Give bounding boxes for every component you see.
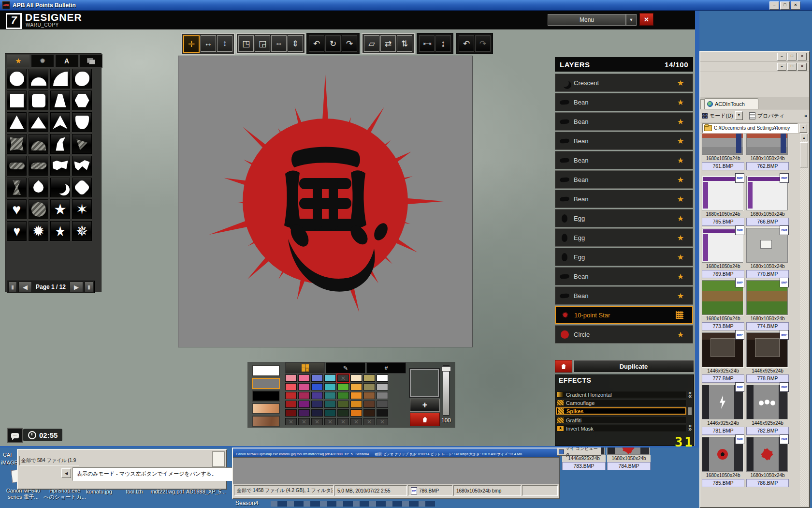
- visibility-star-icon[interactable]: ★: [677, 98, 684, 107]
- layer-row-crescent[interactable]: Crescent★: [555, 74, 693, 92]
- visibility-star-icon[interactable]: ★: [677, 156, 684, 165]
- color-swatch-cell[interactable]: [363, 374, 375, 382]
- visibility-star-icon[interactable]: ★: [677, 136, 684, 146]
- shape-tile-pillow-locked[interactable]: [7, 134, 27, 154]
- color-swatch-cell[interactable]: [363, 409, 375, 417]
- tool-move-horizontal[interactable]: ↔: [201, 35, 216, 52]
- close-button[interactable]: ×: [791, 1, 800, 10]
- shape-tile-shield[interactable]: [72, 112, 92, 132]
- shape-tile-quarter-circle[interactable]: [50, 69, 70, 89]
- effects-scrollbar-thumb[interactable]: [688, 407, 692, 415]
- file-item-782[interactable]: BMP 1446x925x24b 782.BMP: [746, 385, 789, 435]
- color-swatch-cell[interactable]: [298, 409, 310, 417]
- tab-hex[interactable]: #: [366, 362, 406, 374]
- color-swatch-cell[interactable]: [377, 392, 388, 399]
- color-swatch-cell[interactable]: [311, 392, 323, 399]
- swatch-peach-texture[interactable]: [252, 403, 280, 414]
- shape-tile-crescent[interactable]: [50, 178, 70, 197]
- empty-color-slot[interactable]: [298, 418, 310, 425]
- redo-button[interactable]: ↷: [475, 35, 491, 52]
- color-swatch-cell[interactable]: [298, 374, 310, 382]
- empty-color-slot[interactable]: [337, 374, 349, 382]
- layer-row-10-point-star-selected[interactable]: ✹ 10-point Star: [555, 306, 693, 324]
- menu-button[interactable]: Menu: [548, 14, 626, 26]
- shape-tile-fin[interactable]: [50, 134, 70, 154]
- tab-shapes[interactable]: ★: [7, 54, 30, 68]
- layer-row-bean[interactable]: Bean★: [555, 170, 693, 189]
- layer-row-bean[interactable]: Bean★: [555, 190, 693, 208]
- visibility-star-icon[interactable]: ★: [677, 330, 684, 339]
- layer-row-bean[interactable]: Bean★: [555, 132, 693, 150]
- layer-row-bean[interactable]: Bean★: [555, 286, 693, 305]
- add-color-button[interactable]: +: [410, 399, 440, 412]
- visibility-star-icon[interactable]: ★: [677, 117, 684, 126]
- visibility-star-icon[interactable]: ★: [677, 253, 684, 262]
- file-item-762[interactable]: BMP 1680x1050x24b 762.BMP: [746, 134, 789, 170]
- shape-tile-scallop-locked[interactable]: [29, 199, 48, 219]
- color-swatch-cell[interactable]: [350, 383, 362, 390]
- shape-tile-heart[interactable]: ♥: [7, 199, 27, 219]
- tool-scale[interactable]: ◳: [238, 35, 254, 52]
- color-swatch-cell[interactable]: [285, 374, 297, 382]
- file-item-777[interactable]: BMP 1446x925x24b 777.BMP: [702, 332, 744, 383]
- file-item-774[interactable]: BMP 1680x1050x24b 774.BMP: [746, 280, 789, 330]
- color-swatch-cell[interactable]: [337, 409, 349, 417]
- opacity-slider-handle[interactable]: [441, 366, 451, 372]
- address-dropdown-button[interactable]: ▼: [799, 124, 807, 133]
- minimize-button[interactable]: –: [777, 63, 786, 71]
- empty-color-slot[interactable]: [324, 418, 336, 425]
- shape-tile-burst10[interactable]: ✹: [29, 221, 48, 241]
- visibility-star-icon[interactable]: ★: [677, 194, 684, 204]
- shape-tile-wide-triangle[interactable]: [29, 112, 48, 132]
- delete-color-button[interactable]: [410, 413, 440, 426]
- file-item-769[interactable]: BMP 1680x1050x24b 769.BMP: [702, 228, 744, 278]
- maximize-button[interactable]: □: [787, 63, 797, 71]
- layer-row-egg[interactable]: Egg★: [555, 209, 693, 227]
- color-swatch-cell[interactable]: [337, 392, 349, 399]
- color-swatch-cell[interactable]: [298, 401, 310, 408]
- layer-row-bean[interactable]: Bean★: [555, 93, 693, 111]
- scroll-left-button[interactable]: ◀: [61, 468, 71, 478]
- effect-camouflage[interactable]: Camouflage: [556, 399, 686, 406]
- color-swatch-cell[interactable]: [311, 383, 323, 390]
- tab-patterns[interactable]: ✹: [31, 54, 54, 68]
- color-swatch-cell[interactable]: [324, 401, 336, 408]
- empty-color-slot[interactable]: [363, 418, 375, 425]
- color-swatch-cell[interactable]: [363, 401, 375, 408]
- swatch-white[interactable]: [252, 365, 280, 376]
- shape-tile-triangle[interactable]: [7, 112, 27, 132]
- shape-tile-star5[interactable]: ★: [50, 199, 70, 219]
- color-swatch-cell[interactable]: [363, 392, 375, 399]
- effect-gradient-horizontal[interactable]: Gradient Horizontal: [556, 391, 686, 398]
- color-swatch-cell[interactable]: [311, 409, 323, 417]
- thumbnail-scrollbar[interactable]: ▲: [800, 134, 808, 506]
- shape-tile-circle[interactable]: [7, 69, 27, 89]
- file-item-761[interactable]: BMP 1680x1050x24b 761.BMP: [702, 134, 744, 170]
- prev-page-button[interactable]: ◀: [18, 282, 32, 292]
- shape-tile-square[interactable]: [7, 90, 27, 110]
- my-computer-chip[interactable]: マイ コンピュータ: [557, 448, 601, 456]
- shape-tile-rounded-diamond[interactable]: [72, 178, 92, 197]
- color-swatch-cell[interactable]: [285, 401, 297, 408]
- layer-row-circle[interactable]: Circle★: [555, 325, 693, 344]
- designer-close-button[interactable]: ✕: [639, 13, 653, 26]
- shape-tile-flag[interactable]: [50, 156, 70, 176]
- tool-rotate-cw[interactable]: ↷: [342, 35, 357, 52]
- color-swatch-cell[interactable]: [285, 409, 297, 417]
- maximize-button[interactable]: □: [787, 53, 797, 60]
- color-swatch-cell[interactable]: [324, 374, 336, 382]
- minimize-button[interactable]: –: [777, 53, 786, 60]
- shape-tile-hexagon[interactable]: [72, 90, 92, 110]
- file-item-778[interactable]: BMP 1446x925x24b 778.BMP: [746, 332, 789, 383]
- swatch-gray-selected[interactable]: [252, 378, 280, 389]
- address-field[interactable]: C:¥Documents and Settings¥tomoy: [702, 123, 798, 133]
- file-item-770[interactable]: BMP 1680x1050x24b 770.BMP: [746, 228, 789, 278]
- tool-scale-horizontal[interactable]: ⇔: [271, 35, 287, 52]
- effects-scroll-up[interactable]: ««: [687, 391, 693, 398]
- tab-images[interactable]: [79, 54, 102, 68]
- visibility-star-icon[interactable]: ★: [677, 291, 684, 300]
- tool-rotate-ccw[interactable]: ↶: [309, 35, 324, 52]
- tool-move[interactable]: ✛: [183, 35, 200, 53]
- color-swatch-cell[interactable]: [324, 409, 336, 417]
- shape-tile-curved-triangle-locked[interactable]: [72, 134, 92, 154]
